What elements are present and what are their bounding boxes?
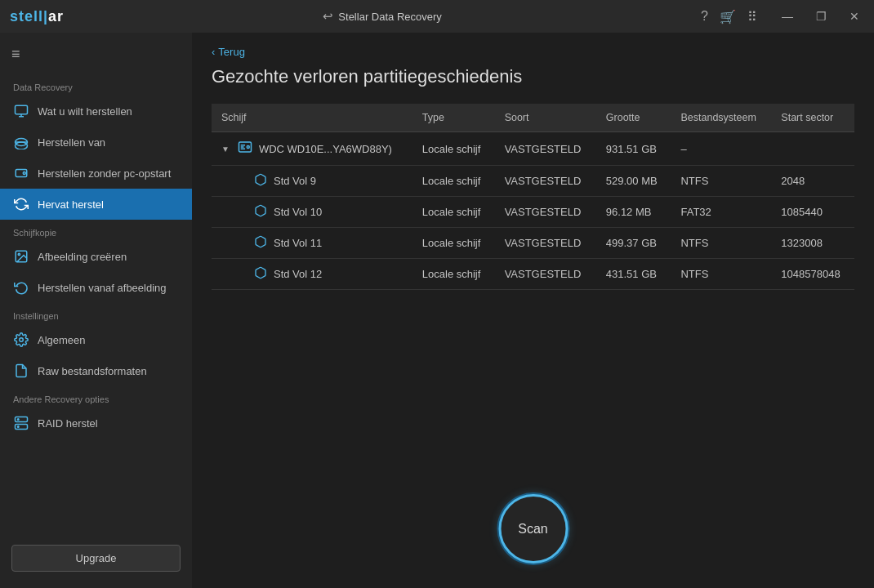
vol-type: Locale schijf	[412, 166, 495, 197]
hdd-special-icon	[13, 165, 29, 181]
hamburger-menu[interactable]: ≡	[0, 41, 192, 74]
table-row-drive[interactable]: ▼ WDC WD10E...YA6WD88Y)	[212, 132, 854, 166]
drive-sector	[771, 132, 854, 166]
drive-grootte: 931.51 GB	[596, 132, 671, 166]
table-header-row: Schijf Type Soort Grootte Bestandsysteem…	[212, 104, 854, 132]
sidebar-item-raw-bestandsformaten[interactable]: Raw bestandsformaten	[0, 355, 192, 386]
col-bestandsysteem: Bestandsysteem	[671, 104, 771, 132]
col-start-sector: Start sector	[771, 104, 854, 132]
cart-icon[interactable]: 🛒	[720, 9, 736, 24]
vol-sector: 1085440	[771, 197, 854, 228]
refresh-icon	[13, 196, 29, 212]
sidebar-item-algemeen[interactable]: Algemeen	[0, 324, 192, 355]
table-row[interactable]: Std Vol 11 Locale schijf VASTGESTELD 499…	[212, 228, 854, 259]
svg-point-13	[18, 419, 20, 421]
sidebar-item-label: Afbeelding creëren	[38, 251, 127, 263]
close-button[interactable]: ✕	[845, 8, 864, 24]
sidebar-item-label: RAID herstel	[38, 417, 98, 430]
vol-grootte: 431.51 GB	[596, 259, 671, 290]
logo-stellar: stell	[10, 8, 43, 24]
back-chevron-icon: ‹	[212, 46, 215, 58]
vol-name: Std Vol 11	[274, 237, 322, 249]
vol-soort: VASTGESTELD	[495, 197, 596, 228]
col-type: Type	[412, 104, 495, 132]
sidebar-item-label: Wat u wilt herstellen	[38, 105, 132, 118]
minimize-button[interactable]: —	[777, 8, 798, 24]
sidebar: ≡ Data Recovery Wat u wilt herstellen He…	[0, 33, 192, 588]
svg-point-7	[23, 172, 25, 175]
drive-fs: –	[671, 132, 771, 166]
vol-name: Std Vol 12	[274, 268, 322, 280]
vol-icon	[254, 266, 267, 282]
sidebar-item-label: Herstellen van	[38, 136, 105, 149]
svg-point-14	[18, 426, 20, 428]
vol-type: Locale schijf	[412, 197, 495, 228]
vol-soort: VASTGESTELD	[495, 259, 596, 290]
sidebar-item-wat-u-wilt[interactable]: Wat u wilt herstellen	[0, 96, 192, 127]
scan-button-wrapper: Scan	[498, 494, 568, 564]
svg-point-9	[18, 253, 20, 255]
svg-rect-0	[16, 105, 28, 114]
back-link[interactable]: ‹ Terug	[212, 46, 854, 58]
maximize-button[interactable]: ❐	[811, 8, 832, 24]
titlebar-right: ? 🛒 ⠿ — ❐ ✕	[701, 8, 864, 24]
sidebar-item-raid-herstel[interactable]: RAID herstel	[0, 408, 192, 439]
vol-soort: VASTGESTELD	[495, 166, 596, 197]
section-label-andere: Andere Recovery opties	[0, 386, 192, 408]
table-row[interactable]: Std Vol 10 Locale schijf VASTGESTELD 96.…	[212, 197, 854, 228]
back-label: Terug	[218, 46, 245, 58]
app-logo: stell|ar	[10, 8, 64, 25]
help-icon[interactable]: ?	[701, 9, 708, 24]
grid-icon[interactable]: ⠿	[747, 9, 757, 24]
vol-grootte: 529.00 MB	[596, 166, 671, 197]
vol-name: Std Vol 9	[274, 175, 316, 187]
expand-arrow-icon: ▼	[221, 145, 230, 154]
image-icon	[13, 248, 29, 265]
sidebar-item-herstellen-van[interactable]: Herstellen van	[0, 127, 192, 158]
scan-button[interactable]: Scan	[498, 494, 568, 564]
vol-sector: 1048578048	[771, 259, 854, 290]
section-label-data-recovery: Data Recovery	[0, 74, 192, 96]
sidebar-item-herstellen-zonder[interactable]: Herstellen zonder pc-opstart	[0, 158, 192, 189]
sidebar-item-label: Hervat herstel	[38, 198, 104, 211]
sidebar-item-label: Raw bestandsformaten	[38, 365, 147, 377]
vol-type: Locale schijf	[412, 259, 495, 290]
app-body: ≡ Data Recovery Wat u wilt herstellen He…	[0, 33, 874, 588]
sidebar-item-label: Algemeen	[38, 334, 86, 346]
vol-sector: 1323008	[771, 228, 854, 259]
sidebar-item-herstellen-afbeelding[interactable]: Herstellen vanaf afbeelding	[0, 272, 192, 303]
upgrade-button[interactable]: Upgrade	[11, 545, 181, 572]
partition-table: Schijf Type Soort Grootte Bestandsysteem…	[212, 104, 854, 290]
disk-icon	[238, 140, 252, 158]
svg-point-16	[247, 146, 249, 149]
titlebar-icons: ? 🛒 ⠿	[701, 9, 757, 24]
logo-cursor: |	[43, 8, 48, 24]
vol-icon	[254, 235, 267, 251]
section-label-instellingen: Instellingen	[0, 303, 192, 324]
sidebar-item-hervat-herstel[interactable]: Hervat herstel	[0, 189, 192, 220]
drive-type: Locale schijf	[412, 132, 495, 166]
titlebar-title: Stellar Data Recovery	[338, 11, 441, 23]
vol-fs: NTFS	[671, 166, 771, 197]
sidebar-item-label: Herstellen vanaf afbeelding	[38, 282, 167, 294]
content-area: ‹ Terug Gezochte verloren partitiegeschi…	[192, 33, 874, 588]
vol-soort: VASTGESTELD	[495, 228, 596, 259]
drive-soort: VASTGESTELD	[495, 132, 596, 166]
drive-name: WDC WD10E...YA6WD88Y)	[259, 143, 392, 155]
titlebar-left: stell|ar	[10, 8, 64, 25]
col-soort: Soort	[495, 104, 596, 132]
titlebar: stell|ar ↩ Stellar Data Recovery ? 🛒 ⠿ —…	[0, 0, 874, 33]
sidebar-item-afbeelding-creeren[interactable]: Afbeelding creëren	[0, 241, 192, 272]
col-schijf: Schijf	[212, 104, 412, 132]
titlebar-center: ↩ Stellar Data Recovery	[323, 9, 441, 24]
hdd-icon	[13, 134, 29, 150]
vol-fs: NTFS	[671, 259, 771, 290]
table-row[interactable]: Std Vol 9 Locale schijf VASTGESTELD 529.…	[212, 166, 854, 197]
vol-grootte: 499.37 GB	[596, 228, 671, 259]
col-grootte: Grootte	[596, 104, 671, 132]
svg-point-10	[20, 338, 24, 342]
vol-icon	[254, 204, 267, 220]
vol-fs: FAT32	[671, 197, 771, 228]
table-row[interactable]: Std Vol 12 Locale schijf VASTGESTELD 431…	[212, 259, 854, 290]
vol-icon	[254, 173, 267, 189]
